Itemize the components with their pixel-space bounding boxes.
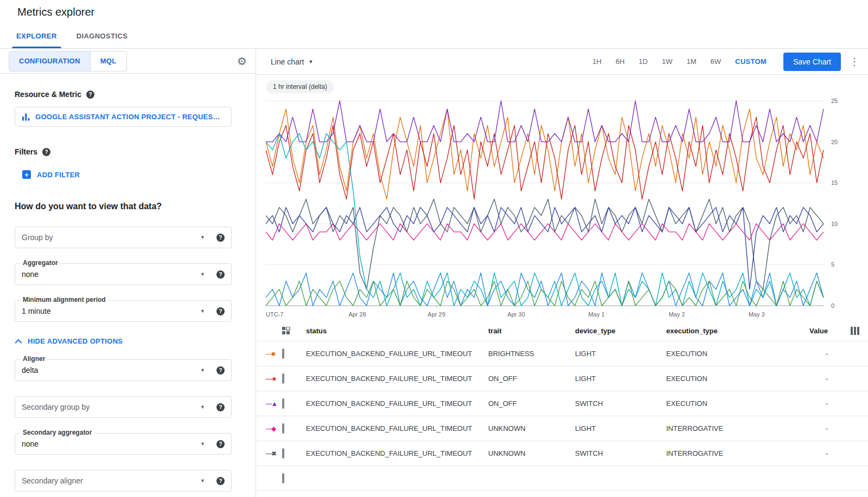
bar-chart-icon bbox=[22, 113, 30, 121]
svg-text:May 1: May 1 bbox=[589, 311, 605, 318]
table-row[interactable] bbox=[256, 466, 868, 491]
device-type-cell: SWITCH bbox=[575, 399, 666, 408]
status-cell: EXECUTION_BACKEND_FAILURE_URL_TIMEOUT bbox=[306, 449, 488, 457]
svg-text:15: 15 bbox=[831, 179, 838, 186]
metric-selector[interactable]: GOOGLE ASSISTANT ACTION PROJECT - REQUES… bbox=[15, 107, 232, 127]
status-cell: EXECUTION_BACKEND_FAILURE_URL_TIMEOUT bbox=[306, 424, 488, 433]
column-display-icon[interactable] bbox=[851, 327, 859, 335]
svg-text:25: 25 bbox=[831, 98, 838, 104]
chevron-down-icon: ▼ bbox=[200, 235, 205, 240]
svg-text:20: 20 bbox=[831, 139, 838, 145]
table-row[interactable]: —★ EXECUTION_BACKEND_FAILURE_URL_TIMEOUT… bbox=[256, 366, 868, 391]
view-question: How do you want to view that data? bbox=[15, 202, 241, 211]
svg-text:0: 0 bbox=[831, 302, 834, 309]
aggregator-value: none bbox=[22, 270, 200, 279]
trait-cell: UNKNOWN bbox=[488, 424, 575, 433]
value-cell: - bbox=[793, 449, 828, 457]
help-icon[interactable]: ? bbox=[216, 234, 225, 242]
range-6w[interactable]: 6W bbox=[704, 53, 729, 70]
tab-explorer[interactable]: EXPLORER bbox=[7, 24, 67, 48]
row-checkbox[interactable] bbox=[282, 448, 284, 459]
group-by-value: Group by bbox=[22, 233, 200, 242]
col-device-type: device_type bbox=[575, 327, 666, 335]
aligner-value: delta bbox=[22, 366, 200, 375]
hide-advanced-options-button[interactable]: HIDE ADVANCED OPTIONS bbox=[15, 337, 123, 345]
chart-type-select[interactable]: Line chart ▼ bbox=[271, 57, 313, 66]
help-icon[interactable]: ? bbox=[86, 91, 94, 99]
min-alignment-value: 1 minute bbox=[22, 307, 200, 315]
time-range-group: 1H 6H 1D 1W 1M 6W CUSTOM Save Chart ⋮ bbox=[585, 53, 859, 71]
trait-cell: BRIGHTNESS bbox=[488, 350, 575, 358]
tab-diagnostics[interactable]: DIAGNOSTICS bbox=[67, 24, 138, 48]
chart-type-label: Line chart bbox=[271, 57, 304, 66]
secondary-aligner-select[interactable]: Secondary aligner ▼ ? bbox=[15, 470, 232, 492]
execution-type-cell: EXECUTION bbox=[666, 375, 793, 383]
trait-cell: UNKNOWN bbox=[488, 449, 575, 457]
range-custom[interactable]: CUSTOM bbox=[728, 53, 774, 70]
secondary-aggregator-select[interactable]: none ▼ ? bbox=[15, 433, 232, 455]
more-options-icon[interactable]: ⋮ bbox=[850, 56, 859, 68]
row-checkbox[interactable] bbox=[282, 398, 284, 409]
chevron-down-icon: ▼ bbox=[200, 441, 205, 447]
group-by-select[interactable]: Group by ▼ ? bbox=[15, 227, 232, 248]
app-header: Metrics explorer bbox=[0, 0, 868, 24]
configuration-panel: CONFIGURATION MQL ⚙ Resource & Metric ? … bbox=[0, 49, 256, 497]
range-1m[interactable]: 1M bbox=[679, 53, 703, 70]
resource-metric-text: Resource & Metric bbox=[15, 90, 81, 99]
help-icon[interactable]: ? bbox=[216, 440, 225, 448]
help-icon[interactable]: ? bbox=[216, 270, 225, 279]
row-checkbox[interactable] bbox=[282, 373, 284, 384]
svg-text:May 2: May 2 bbox=[669, 311, 685, 318]
col-status: status bbox=[306, 327, 488, 335]
help-icon[interactable]: ? bbox=[216, 366, 225, 375]
device-type-cell: LIGHT bbox=[575, 424, 666, 433]
trait-cell: ON_OFF bbox=[488, 375, 575, 383]
range-1d[interactable]: 1D bbox=[631, 53, 655, 70]
tab-configuration[interactable]: CONFIGURATION bbox=[9, 51, 91, 72]
help-icon[interactable]: ? bbox=[42, 148, 50, 156]
row-checkbox[interactable] bbox=[282, 423, 284, 434]
series-marker-icon: —★ bbox=[266, 375, 282, 383]
table-row[interactable]: —▲ EXECUTION_BACKEND_FAILURE_URL_TIMEOUT… bbox=[256, 391, 868, 416]
series-marker-icon: —✖ bbox=[266, 450, 282, 457]
row-checkbox[interactable] bbox=[282, 348, 284, 359]
range-1h[interactable]: 1H bbox=[585, 53, 609, 70]
aligner-label: Aligner bbox=[20, 356, 48, 363]
help-icon[interactable]: ? bbox=[216, 403, 225, 411]
status-cell: EXECUTION_BACKEND_FAILURE_URL_TIMEOUT bbox=[306, 375, 488, 383]
aggregator-select[interactable]: none ▼ ? bbox=[15, 263, 232, 285]
value-cell: - bbox=[793, 424, 828, 433]
value-cell: - bbox=[793, 375, 828, 383]
save-chart-button[interactable]: Save Chart bbox=[783, 53, 841, 71]
help-icon[interactable]: ? bbox=[216, 307, 225, 315]
table-row[interactable]: —■ EXECUTION_BACKEND_FAILURE_URL_TIMEOUT… bbox=[256, 341, 868, 366]
secondary-aggregator-label: Secondary aggregator bbox=[20, 429, 94, 436]
line-chart[interactable]: 0510152025UTC-7Apr 28Apr 29Apr 30May 1Ma… bbox=[266, 94, 850, 321]
table-row[interactable]: —◆ EXECUTION_BACKEND_FAILURE_URL_TIMEOUT… bbox=[256, 416, 868, 441]
chevron-down-icon: ▼ bbox=[200, 478, 205, 483]
tab-mql[interactable]: MQL bbox=[91, 51, 127, 72]
device-type-cell: SWITCH bbox=[575, 449, 666, 457]
legend-table: status trait device_type execution_type … bbox=[256, 321, 868, 491]
add-filter-button[interactable]: + ADD FILTER bbox=[22, 170, 80, 179]
col-execution-type: execution_type bbox=[666, 327, 793, 335]
range-1w[interactable]: 1W bbox=[655, 53, 680, 70]
gear-icon[interactable]: ⚙ bbox=[237, 56, 247, 67]
help-icon[interactable]: ? bbox=[216, 477, 225, 485]
svg-text:Apr 30: Apr 30 bbox=[507, 311, 525, 318]
mode-toggle: CONFIGURATION MQL bbox=[9, 51, 127, 72]
panel-top: CONFIGURATION MQL ⚙ bbox=[0, 49, 256, 74]
value-cell: - bbox=[793, 399, 828, 408]
table-row[interactable]: —✖ EXECUTION_BACKEND_FAILURE_URL_TIMEOUT… bbox=[256, 441, 868, 466]
series-marker-icon: —■ bbox=[266, 350, 282, 358]
aligner-select[interactable]: delta ▼ ? bbox=[15, 359, 232, 381]
series-marker-icon: —▲ bbox=[266, 400, 282, 408]
row-checkbox[interactable] bbox=[282, 473, 284, 483]
min-alignment-select[interactable]: 1 minute ▼ ? bbox=[15, 300, 232, 322]
col-trait: trait bbox=[488, 327, 575, 335]
secondary-group-by-select[interactable]: Secondary group by ▼ ? bbox=[15, 396, 232, 418]
range-6h[interactable]: 6H bbox=[609, 53, 632, 70]
legend-toggle-icon[interactable] bbox=[282, 327, 290, 335]
min-alignment-label: Minimum alignment period bbox=[20, 296, 108, 304]
tab-bar: EXPLORER DIAGNOSTICS bbox=[0, 24, 868, 49]
